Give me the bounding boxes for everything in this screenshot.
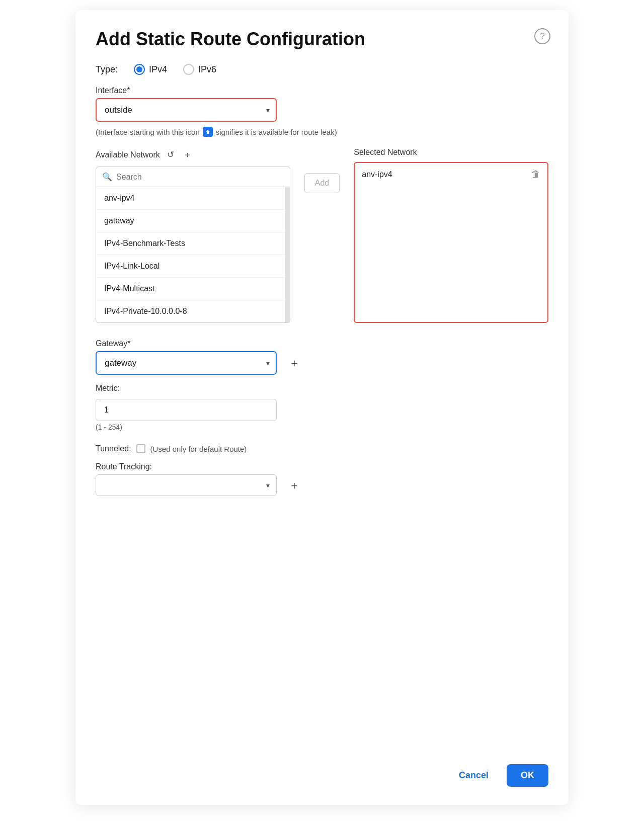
ok-button[interactable]: OK	[507, 764, 548, 787]
route-tracking-select[interactable]: track1	[96, 474, 277, 496]
network-list: anv-ipv4 gateway IPv4-Benchmark-Tests IP…	[96, 187, 285, 322]
tunneled-note: (Used only for default Route)	[150, 445, 247, 453]
gateway-section: Gateway* gateway other ▾ ＋	[96, 339, 548, 375]
scrollbar[interactable]	[285, 187, 290, 322]
refresh-button[interactable]: ↺	[165, 148, 176, 161]
route-leak-icon	[203, 127, 213, 137]
dialog-title: Add Static Route Configuration	[96, 28, 548, 50]
selected-network-panel: Selected Network anv-ipv4 🗑	[354, 148, 548, 323]
route-tracking-row: track1 ▾ ＋	[96, 474, 548, 496]
delete-selected-icon[interactable]: 🗑	[531, 169, 540, 180]
tunneled-checkbox[interactable]	[136, 444, 145, 453]
tunneled-row: Tunneled: (Used only for default Route)	[96, 444, 548, 453]
available-network-header: Available Network ↺ ＋	[96, 148, 290, 161]
metric-section: Metric: (1 - 254)	[96, 384, 548, 431]
list-item[interactable]: IPv4-Benchmark-Tests	[96, 232, 285, 255]
radio-circle-ipv6	[183, 64, 194, 75]
selected-network-box: anv-ipv4 🗑	[354, 162, 548, 323]
route-tracking-label: Route Tracking:	[96, 462, 548, 471]
add-to-selected-button[interactable]: Add	[304, 173, 340, 193]
dialog-footer: Cancel OK	[96, 752, 548, 787]
list-item[interactable]: IPv4-Link-Local	[96, 255, 285, 278]
interface-select-wrapper: outside inside dmz ▾	[96, 98, 277, 122]
list-item[interactable]: IPv4-Private-10.0.0.0-8	[96, 300, 285, 322]
network-list-wrapper: anv-ipv4 gateway IPv4-Benchmark-Tests IP…	[96, 187, 290, 323]
search-box-wrapper: 🔍	[96, 167, 290, 187]
gateway-row: gateway other ▾ ＋	[96, 351, 548, 375]
gateway-select-wrapper: gateway other ▾	[96, 351, 277, 375]
type-label: Type:	[96, 64, 118, 75]
radio-ipv6[interactable]: IPv6	[183, 64, 216, 75]
gateway-label: Gateway*	[96, 339, 548, 348]
metric-input[interactable]	[96, 399, 277, 421]
route-tracking-section: Route Tracking: track1 ▾ ＋	[96, 462, 548, 496]
add-btn-wrapper: Add	[304, 148, 340, 193]
route-tracking-add-button[interactable]: ＋	[285, 476, 304, 495]
radio-ipv4[interactable]: IPv4	[134, 64, 167, 75]
metric-hint: (1 - 254)	[96, 423, 548, 431]
selected-network-title: Selected Network	[354, 148, 417, 157]
network-section: Available Network ↺ ＋ 🔍 anv-ipv4 gateway…	[96, 148, 548, 323]
search-inner: 🔍	[96, 167, 290, 187]
selected-network-item: anv-ipv4 🗑	[362, 169, 540, 180]
list-item[interactable]: gateway	[96, 210, 285, 232]
selected-network-header: Selected Network	[354, 148, 548, 157]
route-tracking-select-wrapper: track1 ▾	[96, 474, 277, 496]
available-network-title: Available Network	[96, 150, 160, 159]
available-network-panel: Available Network ↺ ＋ 🔍 anv-ipv4 gateway…	[96, 148, 290, 323]
add-available-button[interactable]: ＋	[181, 148, 194, 161]
interface-select[interactable]: outside inside dmz	[96, 98, 277, 122]
type-row: Type: IPv4 IPv6	[96, 64, 548, 75]
search-icon: 🔍	[102, 172, 112, 182]
interface-note: (Interface starting with this icon signi…	[96, 127, 548, 137]
interface-label: Interface*	[96, 86, 548, 95]
radio-circle-ipv4	[134, 64, 145, 75]
metric-label: Metric:	[96, 384, 548, 393]
list-item[interactable]: anv-ipv4	[96, 187, 285, 210]
selected-item-label: anv-ipv4	[362, 170, 392, 179]
gateway-add-button[interactable]: ＋	[285, 354, 304, 373]
gateway-select[interactable]: gateway other	[96, 351, 277, 375]
help-icon[interactable]: ?	[534, 28, 550, 44]
tunneled-label: Tunneled:	[96, 444, 131, 453]
cancel-button[interactable]: Cancel	[451, 765, 497, 786]
list-item[interactable]: IPv4-Multicast	[96, 278, 285, 300]
search-input[interactable]	[116, 173, 284, 182]
dialog-container: Add Static Route Configuration ? Type: I…	[75, 10, 569, 805]
